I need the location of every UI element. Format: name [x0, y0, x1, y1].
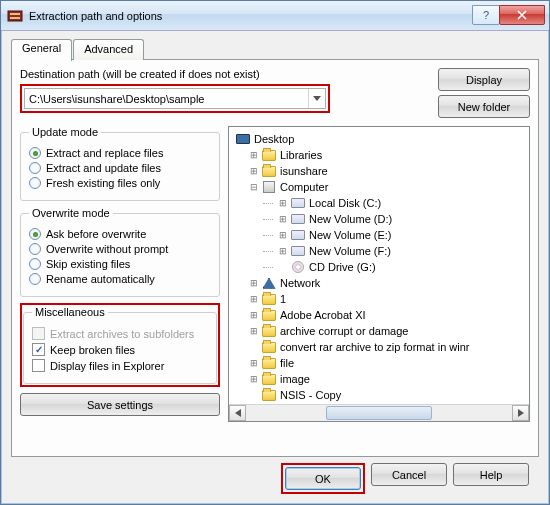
tree-node[interactable]: NSIS - Copy	[280, 389, 341, 401]
tree-node[interactable]: New Volume (F:)	[309, 245, 391, 257]
update-mode-group: Update mode Extract and replace files Ex…	[20, 126, 220, 201]
radio-overwrite-no-prompt[interactable]	[29, 243, 41, 255]
tab-general[interactable]: General	[11, 39, 72, 61]
tree-node[interactable]: 1	[280, 293, 286, 305]
desktop-icon	[235, 132, 251, 146]
tab-advanced[interactable]: Advanced	[73, 39, 144, 60]
check-subfolders	[32, 327, 45, 340]
window-title: Extraction path and options	[29, 10, 473, 22]
expand-icon[interactable]: ⊞	[278, 199, 287, 208]
tree-node[interactable]: Computer	[280, 181, 328, 193]
check-label: Keep broken files	[50, 344, 135, 356]
expand-icon[interactable]: ⊞	[249, 279, 258, 288]
tree-node[interactable]: Adobe Acrobat XI	[280, 309, 366, 321]
overwrite-mode-legend: Overwrite mode	[29, 207, 113, 219]
scroll-left-icon[interactable]	[229, 405, 246, 421]
expand-icon[interactable]: ⊞	[249, 311, 258, 320]
svg-rect-2	[10, 17, 20, 19]
radio-rename-auto[interactable]	[29, 273, 41, 285]
check-display-explorer[interactable]	[32, 359, 45, 372]
tree-node[interactable]: Local Disk (C:)	[309, 197, 381, 209]
check-keep-broken[interactable]	[32, 343, 45, 356]
tab-panel: Destination path (will be created if doe…	[11, 59, 539, 457]
tree-node[interactable]: New Volume (D:)	[309, 213, 392, 225]
drive-icon	[290, 212, 306, 226]
svg-text:?: ?	[483, 10, 489, 20]
expand-icon[interactable]: ⊞	[249, 151, 258, 160]
folder-icon	[261, 388, 277, 402]
dialog-window: Extraction path and options ? General Ad…	[0, 0, 550, 505]
save-settings-button[interactable]: Save settings	[20, 393, 220, 416]
miscellaneous-legend: Miscellaneous	[32, 306, 108, 318]
expand-icon[interactable]	[249, 391, 258, 400]
update-mode-legend: Update mode	[29, 126, 101, 138]
folder-icon	[261, 372, 277, 386]
ok-button[interactable]: OK	[285, 467, 361, 490]
svg-rect-0	[8, 11, 22, 21]
tree-node[interactable]: Libraries	[280, 149, 322, 161]
radio-skip-existing[interactable]	[29, 258, 41, 270]
radio-label: Extract and update files	[46, 162, 161, 174]
expand-icon[interactable]: ⊞	[278, 231, 287, 240]
expand-icon[interactable]: ⊞	[249, 375, 258, 384]
folder-icon	[261, 324, 277, 338]
tree-node[interactable]: file	[280, 357, 294, 369]
folder-icon	[261, 308, 277, 322]
drive-icon	[290, 196, 306, 210]
expand-icon[interactable]	[278, 263, 287, 272]
tree-node[interactable]: archive corrupt or damage	[280, 325, 408, 337]
radio-label: Overwrite without prompt	[46, 243, 168, 255]
folder-icon	[261, 292, 277, 306]
expand-icon[interactable]: ⊞	[278, 247, 287, 256]
destination-input[interactable]	[25, 89, 308, 108]
destination-combo[interactable]	[24, 88, 326, 109]
expand-icon[interactable]: ⊞	[249, 359, 258, 368]
cancel-button[interactable]: Cancel	[371, 463, 447, 486]
radio-extract-update[interactable]	[29, 162, 41, 174]
close-button[interactable]	[499, 5, 545, 25]
check-label: Display files in Explorer	[50, 360, 164, 372]
help-button[interactable]: Help	[453, 463, 529, 486]
radio-label: Ask before overwrite	[46, 228, 146, 240]
titlebar[interactable]: Extraction path and options ?	[1, 1, 549, 31]
radio-fresh-only[interactable]	[29, 177, 41, 189]
expand-icon[interactable]	[249, 343, 258, 352]
radio-ask-overwrite[interactable]	[29, 228, 41, 240]
folder-icon	[261, 340, 277, 354]
radio-label: Rename automatically	[46, 273, 155, 285]
tree-node[interactable]: New Volume (E:)	[309, 229, 392, 241]
radio-extract-replace[interactable]	[29, 147, 41, 159]
dialog-buttons: OK Cancel Help	[11, 457, 539, 494]
tree-node[interactable]: isunshare	[280, 165, 328, 177]
radio-label: Skip existing files	[46, 258, 130, 270]
folder-icon	[261, 356, 277, 370]
chevron-down-icon[interactable]	[308, 89, 325, 108]
miscellaneous-group: Miscellaneous Extract archives to subfol…	[23, 306, 217, 384]
expand-icon[interactable]: ⊞	[249, 327, 258, 336]
cd-icon	[290, 260, 306, 274]
folder-tree[interactable]: Desktop ⊞Libraries ⊞isunshare ⊟Computer …	[228, 126, 530, 422]
expand-icon[interactable]: ⊞	[249, 295, 258, 304]
drive-icon	[290, 244, 306, 258]
display-button[interactable]: Display	[438, 68, 530, 91]
collapse-icon[interactable]: ⊟	[249, 183, 258, 192]
svg-rect-1	[10, 13, 20, 15]
tree-node[interactable]: Desktop	[254, 133, 294, 145]
computer-icon	[261, 180, 277, 194]
scroll-right-icon[interactable]	[512, 405, 529, 421]
help-button-titlebar[interactable]: ?	[472, 5, 500, 25]
tree-node[interactable]: CD Drive (G:)	[309, 261, 376, 273]
network-icon	[261, 276, 277, 290]
tree-node[interactable]: Network	[280, 277, 320, 289]
tree-node[interactable]: image	[280, 373, 310, 385]
drive-icon	[290, 228, 306, 242]
expand-icon[interactable]: ⊞	[278, 215, 287, 224]
scrollbar-thumb[interactable]	[326, 406, 432, 420]
libraries-icon	[261, 148, 277, 162]
new-folder-button[interactable]: New folder	[438, 95, 530, 118]
user-icon	[261, 164, 277, 178]
radio-label: Extract and replace files	[46, 147, 163, 159]
expand-icon[interactable]: ⊞	[249, 167, 258, 176]
tree-node[interactable]: convert rar archive to zip format in win…	[280, 341, 470, 353]
horizontal-scrollbar[interactable]	[229, 404, 529, 421]
